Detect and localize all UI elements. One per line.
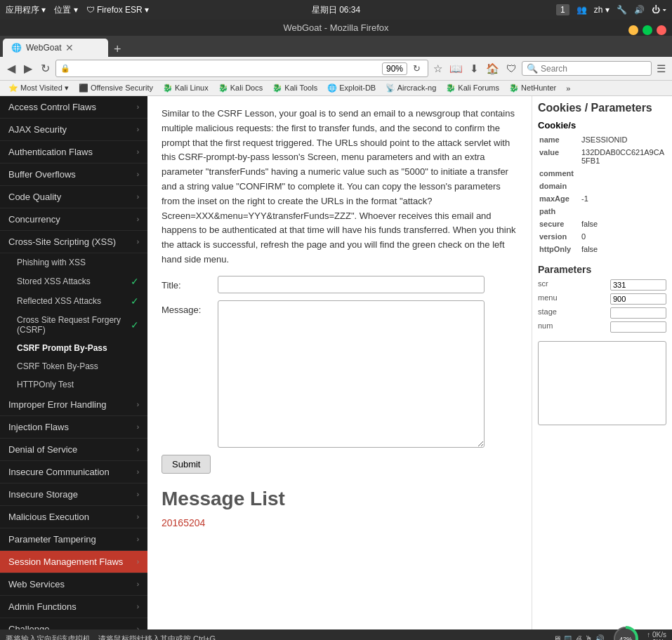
sidebar-item-14[interactable]: Improper Error Handling› [0,394,147,416]
forward-button[interactable]: ▶ [21,60,35,76]
title-label: Title: [162,276,218,291]
sidebar-item-22[interactable]: Web Services› [0,573,147,596]
cookie-key: path [538,205,580,218]
right-panel-title: Cookies / Parameters [538,102,666,114]
new-tab-button[interactable]: + [110,42,126,57]
submit-button[interactable]: Submit [162,455,211,474]
sidebar-item-21[interactable]: Session Management Flaws› [0,551,147,573]
param-value-input[interactable] [610,279,666,291]
param-value-input[interactable] [610,321,666,333]
reload-url-button[interactable]: ↻ [410,62,423,75]
cookie-row: nameJSESSIONID [538,133,666,146]
browser-tab-webgoat[interactable]: 🌐 WebGoat ✕ [3,39,108,57]
sidebar-subitem-12[interactable]: CSRF Token By-Pass [0,357,147,375]
back-button[interactable]: ◀ [4,60,18,76]
cookie-value: 0 [580,230,666,243]
search-input[interactable] [541,64,639,74]
sidebar-subitem-13[interactable]: HTTPOnly Test [0,375,147,394]
network-speeds: ↑ 0K/s ↓ 0K/s [647,631,666,640]
bookmark-kali-forums[interactable]: 🐉 Kali Forums [442,82,503,94]
bookmark-kali-tools[interactable]: 🐉 Kali Tools [268,82,322,94]
bookmark-more[interactable]: » [562,83,574,94]
maximize-button[interactable] [643,25,652,35]
search-bar[interactable]: 🔍 [522,61,652,76]
sidebar-item-label: Denial of Service [8,444,77,455]
sidebar-subitem-label: Phishing with XSS [17,258,86,267]
shield-icon[interactable]: 🛡 [504,61,519,76]
sidebar-subitem-10[interactable]: Cross Site Request Forgery (CSRF)✓ [0,311,147,339]
minimize-button[interactable] [628,25,638,35]
sidebar-item-15[interactable]: Injection Flaws› [0,416,147,439]
sidebar-item-3[interactable]: Buffer Overflows› [0,164,147,186]
param-value-input[interactable] [610,293,666,305]
sidebar-item-label: Insecure Storage [8,489,78,500]
users-icon: 👥 [577,5,587,15]
tab-favicon: 🌐 [11,43,22,53]
reader-mode-icon[interactable]: 📖 [447,61,465,76]
message-list-title: Message List [162,488,518,510]
sidebar-item-23[interactable]: Admin Functions› [0,596,147,618]
bookmark-kali-docs[interactable]: 🐉 Kali Docs [214,82,268,94]
title-input[interactable] [218,276,485,293]
cookie-value: -1 [580,192,666,205]
message-textarea[interactable] [218,300,485,448]
sidebar-item-4[interactable]: Code Quality› [0,186,147,208]
bookmark-nethunter[interactable]: 🐉 NetHunter [505,82,560,94]
bookmark-most-visited[interactable]: ⭐ Most Visited ▾ [4,82,73,94]
url-bar[interactable]: 🔒 localhost:8080/WebGoat/start.mvc#attac… [55,60,428,77]
param-value-input[interactable] [610,307,666,319]
sidebar-item-label: Concurrency [8,214,60,225]
app-menu[interactable]: 应用程序 ▾ [6,4,46,16]
sidebar-item-label: Admin Functions [8,601,77,612]
volume-icon[interactable]: 🔊 [634,5,645,15]
sidebar-arrow: › [137,446,139,453]
browser-content: Access Control Flaws›AJAX Security›Authe… [0,96,672,629]
sidebar-item-6[interactable]: Cross-Site Scripting (XSS)› [0,231,147,253]
bookmark-offensive-security[interactable]: ⬛ Offensive Security [74,82,157,94]
sidebar-arrow: › [137,625,139,629]
power-icon[interactable]: ⏻ ▾ [652,5,666,15]
bookmark-exploit-db[interactable]: 🌐 Exploit-DB [323,82,380,94]
cookies-section-label: Cookie/s [538,120,666,131]
sidebar-item-1[interactable]: AJAX Security› [0,119,147,141]
cookie-row: domain [538,180,666,192]
sidebar-subitem-9[interactable]: Reflected XSS Attacks✓ [0,291,147,311]
bookmark-star-icon[interactable]: ☆ [431,61,444,76]
home-icon[interactable]: 🏠 [484,61,501,76]
cookie-row: httpOnlyfalse [538,243,666,255]
sidebar-item-24[interactable]: Challenge› [0,618,147,629]
reload-button[interactable]: ↻ [38,60,53,76]
sidebar-item-19[interactable]: Malicious Execution› [0,506,147,528]
sidebar-subitem-11[interactable]: CSRF Prompt By-Pass [0,339,147,357]
close-button[interactable] [657,25,666,35]
sidebar-subitem-7[interactable]: Phishing with XSS [0,253,147,272]
position-menu[interactable]: 位置 ▾ [54,4,77,16]
sidebar-item-16[interactable]: Denial of Service› [0,439,147,461]
firefox-menu[interactable]: 🛡 Firefox ESR ▾ [86,5,149,15]
right-textarea[interactable] [538,341,666,425]
param-key: num [538,321,553,333]
tab-close-button[interactable]: ✕ [65,42,74,53]
sidebar-item-5[interactable]: Concurrency› [0,208,147,231]
check-icon: ✓ [131,319,139,331]
lang-menu[interactable]: zh ▾ [594,5,610,15]
sidebar-item-2[interactable]: Authentication Flaws› [0,141,147,164]
menu-icon[interactable]: ☰ [654,61,668,76]
url-input[interactable]: localhost:8080/WebGoat/start.mvc#attack/… [73,64,379,74]
title-row: Title: [162,276,518,293]
bookmark-aircrack[interactable]: 📡 Aircrack-ng [381,82,440,94]
sidebar-item-17[interactable]: Insecure Communication› [0,461,147,484]
cookie-key: maxAge [538,192,580,205]
sidebar-item-0[interactable]: Access Control Flaws› [0,96,147,119]
tab-label: WebGoat [26,43,61,53]
sidebar-item-18[interactable]: Insecure Storage› [0,484,147,506]
sidebar-subitem-8[interactable]: Stored XSS Attacks✓ [0,272,147,291]
cookie-row: version0 [538,230,666,243]
sidebar-item-20[interactable]: Parameter Tampering› [0,528,147,551]
bookmark-kali-linux[interactable]: 🐉 Kali Linux [159,82,213,94]
sidebar-item-label: Authentication Flaws [8,147,93,157]
settings-icon[interactable]: 🔧 [617,5,627,15]
cookie-value [580,180,666,192]
os-clock: 星期日 06:34 [312,4,360,16]
download-icon[interactable]: ⬇ [468,61,481,76]
